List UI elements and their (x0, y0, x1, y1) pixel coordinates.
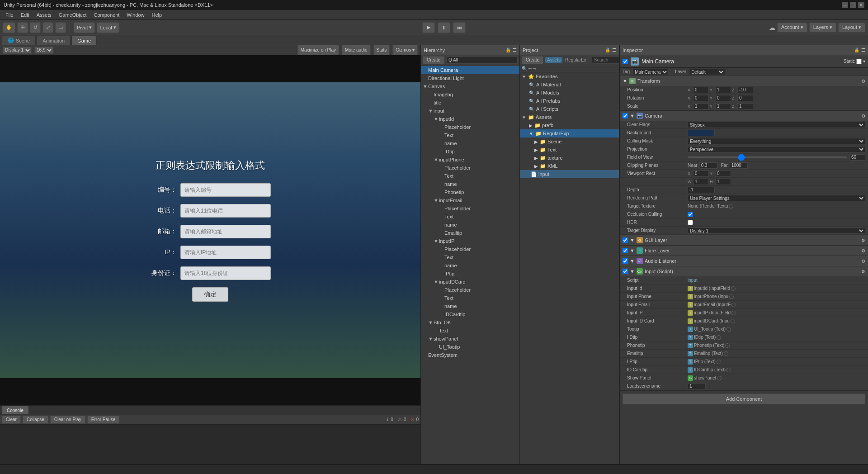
tree-item-main-camera[interactable]: Main Camera (421, 66, 519, 74)
tree-item-text[interactable]: Text (421, 172, 519, 180)
tree-item-inputidcard[interactable]: ▼inputIDCard (421, 278, 519, 286)
menu-edit[interactable]: Edit (17, 11, 33, 19)
confirm-btn[interactable]: 确定 (192, 287, 228, 302)
tree-item-ui_tootip[interactable]: UI_Tootip (421, 343, 519, 351)
tree-item-idcardtip[interactable]: IDCardtip (421, 310, 519, 318)
hierarchy-menu-icon[interactable]: ☰ (513, 47, 517, 52)
ratio-select[interactable]: 16:9 (34, 47, 53, 54)
close-btn[interactable]: ✕ (858, 2, 864, 8)
target-texture-picker[interactable] (729, 204, 733, 209)
all-scripts-item[interactable]: 🔍All Scripts (520, 105, 619, 113)
project-tab-regular[interactable]: RegularEx (563, 57, 588, 63)
tab-animation[interactable]: Animation (37, 36, 71, 45)
showpanel-picker[interactable] (717, 376, 722, 380)
idtip-picker[interactable] (717, 335, 721, 340)
input-email-picker[interactable] (731, 303, 736, 307)
project-nav-btn[interactable]: ⬅ (528, 66, 532, 71)
camera-settings-icon[interactable]: ⚙ (861, 114, 865, 118)
tree-item-text[interactable]: Text (421, 294, 519, 302)
audio-listener-checkbox[interactable] (623, 258, 628, 264)
input-phone-picker[interactable] (729, 294, 734, 299)
error-pause-btn[interactable]: Error Pause (87, 416, 119, 424)
audio-listener-settings[interactable]: ⚙ (861, 259, 865, 264)
tree-item-text[interactable]: Text (421, 327, 519, 335)
phonetip-picker[interactable] (725, 343, 730, 348)
static-checkbox[interactable] (856, 59, 862, 64)
tree-item-btn_ok[interactable]: ▼Btn_OK (421, 318, 519, 327)
pos-y[interactable] (715, 87, 731, 93)
vp-y[interactable] (715, 171, 731, 177)
rot-z[interactable] (737, 95, 753, 101)
menu-window[interactable]: Window (123, 11, 148, 19)
menu-file[interactable]: File (2, 11, 17, 19)
depth-input[interactable] (688, 187, 715, 193)
inspector-menu-icon[interactable]: ☰ (861, 47, 865, 52)
stats-btn[interactable]: Stats (373, 45, 390, 56)
prefb-folder[interactable]: ▶📁 prefb (520, 121, 619, 129)
input-id-picker[interactable] (731, 286, 736, 291)
scale-z[interactable] (737, 103, 753, 109)
menu-component[interactable]: Component (90, 11, 123, 19)
tree-item-placeholder[interactable]: Placeholder (421, 245, 519, 253)
tree-item-text[interactable]: Text (421, 213, 519, 221)
input-email[interactable] (180, 225, 271, 238)
input-phone[interactable] (180, 204, 271, 218)
input-ip-picker[interactable] (731, 311, 736, 315)
idcardtip-picker[interactable] (726, 368, 731, 372)
tree-item-inputip[interactable]: ▼inputIP (421, 237, 519, 245)
input-ip[interactable] (180, 246, 271, 259)
tree-item-showpanel[interactable]: ▼showPanel (421, 335, 519, 343)
tree-item-eventsystem[interactable]: EventSystem (421, 351, 519, 359)
input-script-settings[interactable]: ⚙ (861, 269, 865, 274)
mute-audio-btn[interactable]: Mute audio (342, 45, 370, 56)
pos-x[interactable] (693, 87, 709, 93)
tool-rect[interactable]: ▭ (55, 22, 66, 33)
project-menu-icon[interactable]: ☰ (612, 47, 616, 52)
tree-item-placeholder[interactable]: Placeholder (421, 123, 519, 131)
all-models-item[interactable]: 🔍All Models (520, 89, 619, 97)
tree-item-iptip[interactable]: IPtip (421, 270, 519, 278)
step-btn[interactable]: ⏭ (453, 22, 466, 33)
tree-item-inputphone[interactable]: ▼inputPhone (421, 156, 519, 164)
input-script-checkbox[interactable] (623, 269, 628, 274)
gui-layer-settings[interactable]: ⚙ (861, 238, 865, 243)
object-active-checkbox[interactable] (623, 59, 628, 64)
tree-item-inputid[interactable]: ▼inputId (421, 115, 519, 123)
iptip-picker[interactable] (717, 360, 721, 364)
tree-item-emailtip[interactable]: Emailtip (421, 229, 519, 237)
target-display-select[interactable]: Display 1 (688, 228, 865, 234)
xml-folder[interactable]: ▶📁 XML (520, 162, 619, 170)
maximize-btn[interactable]: □ (850, 2, 856, 8)
camera-section-header[interactable]: ▼ 📷 Camera ⚙ (620, 111, 868, 121)
pivot-btn[interactable]: Pivot ▾ (74, 22, 95, 33)
tree-item-idtip[interactable]: IDtip (421, 147, 519, 156)
tree-item-name[interactable]: name (421, 261, 519, 270)
vp-h[interactable] (715, 179, 731, 185)
scale-y[interactable] (715, 103, 731, 109)
project-tab-assets[interactable]: Assets (545, 57, 562, 63)
fov-input[interactable] (849, 154, 865, 161)
tool-rotate[interactable]: ↺ (30, 22, 41, 33)
tool-scale[interactable]: ⤢ (42, 22, 53, 33)
menu-help[interactable]: Help (148, 11, 165, 19)
vp-x[interactable] (693, 171, 709, 177)
text-folder[interactable]: ▶📁 Text (520, 146, 619, 154)
all-prefabs-item[interactable]: 🔍All Prefabs (520, 97, 619, 105)
background-color-picker[interactable] (688, 130, 715, 136)
input-asset[interactable]: 📄 input (520, 170, 619, 178)
culling-mask-select[interactable]: Everything (688, 138, 865, 144)
minimize-btn[interactable]: — (842, 2, 848, 8)
audio-listener-header[interactable]: ▼ 🔊 Audio Listener ⚙ (620, 256, 868, 266)
fov-slider[interactable] (688, 156, 847, 158)
tag-select[interactable]: MainCamera (632, 69, 669, 75)
input-id[interactable] (180, 183, 271, 197)
tab-game[interactable]: Game (71, 36, 97, 45)
project-nav-fwd[interactable]: ➡ (533, 66, 536, 71)
tree-item-name[interactable]: name (421, 139, 519, 147)
clear-btn[interactable]: Clear (2, 416, 21, 424)
assets-folder[interactable]: ▼📁 Assets (520, 113, 619, 121)
emailtip-picker[interactable] (724, 351, 728, 356)
tree-item-name[interactable]: name (421, 302, 519, 310)
tree-item-input[interactable]: ▼input (421, 107, 519, 115)
collapse-btn[interactable]: Collapse (23, 416, 48, 424)
